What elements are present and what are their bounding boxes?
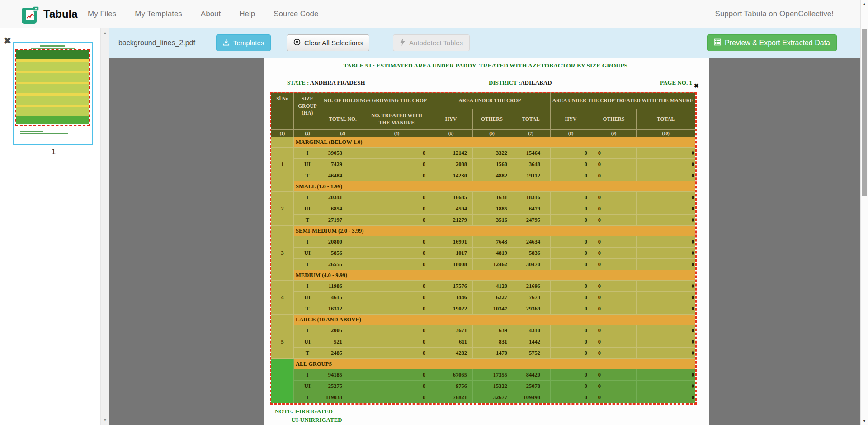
clear-button-label: Clear All Selections — [304, 39, 363, 47]
save-template-icon — [223, 39, 230, 47]
templates-button-label: Templates — [233, 39, 264, 47]
note-unirrigated: UI-UNIRRIGATED — [292, 416, 342, 424]
table-selection-box[interactable]: ✖ — [270, 92, 697, 405]
thumb-selection-box — [15, 49, 90, 126]
templates-button[interactable]: Templates — [216, 34, 271, 51]
autodetect-tables-button[interactable]: Autodetect Tables — [393, 34, 470, 51]
district-label: DISTRICT : — [489, 79, 520, 86]
main-menu: My Files My Templates About Help Source … — [88, 0, 318, 28]
scroll-down-icon[interactable]: ▼ — [861, 419, 868, 423]
sidebar-scrollbar[interactable]: ▲ ▼ — [100, 28, 109, 425]
thumb-note-line — [20, 131, 43, 132]
table-list-icon — [714, 38, 721, 48]
state-field: STATE : ANDHRA PRADESH — [287, 79, 365, 86]
remove-page-button[interactable]: ✖ — [4, 35, 11, 46]
nav-source-code[interactable]: Source Code — [274, 10, 318, 19]
top-navbar: Tabula My Files My Templates About Help … — [0, 0, 868, 28]
autodetect-button-label: Autodetect Tables — [409, 39, 463, 47]
note-irrigated: NOTE: I-IRRIGATED — [275, 408, 333, 415]
remove-circle-icon — [293, 38, 301, 47]
document-table-title: TABLE 5J : ESTIMATED AREA UNDER PADDY TR… — [264, 62, 709, 69]
scroll-up-icon[interactable]: ▲ — [861, 2, 868, 6]
thumb-note-line — [17, 129, 48, 129]
state-value: ANDHRA PRADESH — [310, 79, 365, 86]
page-number-label: 1 — [13, 148, 94, 157]
thumb-subtitle-line — [31, 48, 75, 49]
page-thumbnails-sidebar: ✖ 1 — [0, 28, 100, 425]
pdf-canvas: TABLE 5J : ESTIMATED AREA UNDER PADDY TR… — [109, 58, 860, 425]
state-label: STATE : — [287, 79, 310, 86]
export-button-label: Preview & Export Extracted Data — [725, 39, 830, 47]
pdf-page[interactable]: TABLE 5J : ESTIMATED AREA UNDER PADDY TR… — [264, 58, 709, 425]
window-scrollbar[interactable]: ▲ ▼ — [860, 0, 868, 425]
selection-close-button[interactable]: ✖ — [694, 82, 699, 89]
preview-export-button[interactable]: Preview & Export Extracted Data — [707, 34, 837, 51]
nav-about[interactable]: About — [201, 10, 221, 19]
nav-help[interactable]: Help — [239, 10, 255, 19]
district-field: DISTRICT :ADILABAD — [489, 79, 552, 86]
page-no-label: PAGE NO. 1 — [660, 79, 692, 86]
page-thumbnail[interactable] — [13, 42, 93, 145]
nav-my-files[interactable]: My Files — [88, 10, 116, 19]
flash-icon — [400, 38, 406, 47]
support-link[interactable]: Support Tabula on OpenCollective! — [715, 0, 834, 28]
scroll-up-icon[interactable]: ▲ — [101, 31, 109, 35]
tabula-logo-icon — [22, 5, 40, 24]
scrollbar-thumb[interactable] — [862, 29, 867, 196]
brand-title[interactable]: Tabula — [43, 0, 78, 28]
main-workspace: background_lines_2.pdf Templates Clear A… — [109, 28, 860, 425]
document-filename: background_lines_2.pdf — [118, 28, 195, 58]
scroll-down-icon[interactable]: ▼ — [101, 418, 109, 422]
clear-all-selections-button[interactable]: Clear All Selections — [287, 34, 369, 51]
thumb-note-line — [20, 133, 68, 134]
thumb-title-line — [40, 45, 65, 47]
nav-my-templates[interactable]: My Templates — [135, 10, 182, 19]
document-toolbar: background_lines_2.pdf Templates Clear A… — [109, 28, 860, 58]
district-value: ADILABAD — [520, 79, 552, 86]
